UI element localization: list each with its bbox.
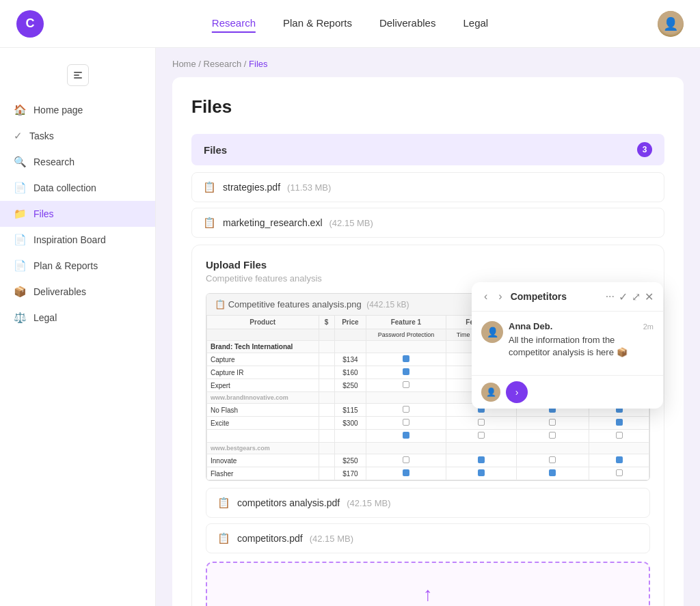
sidebar-item-label: Inspiration Board	[33, 234, 106, 245]
avatar-image: 👤	[658, 11, 684, 37]
file-name: competitors.pdf	[237, 533, 303, 544]
chat-close-button[interactable]: ✕	[645, 290, 654, 303]
data-collection-icon: 📄	[14, 182, 27, 194]
file-name: marketing_research.exl	[223, 217, 323, 228]
files-section-header: Files 3	[191, 134, 664, 165]
nav-links: Research Plan & Reports Deliverables Leg…	[212, 14, 488, 33]
chat-popup: ‹ › Competitors ··· ✓ ⤢ ✕ 👤	[472, 282, 663, 409]
tasks-icon: ✓	[14, 130, 23, 142]
deliverables-icon: 📦	[14, 286, 27, 298]
file-item-strategies[interactable]: 📋 strategies.pdf (11.53 MB)	[191, 172, 664, 202]
main-layout: 🏠 Home page ✓ Tasks 🔍 Research 📄 Data co…	[0, 48, 700, 606]
sidebar-item-label: Deliverables	[33, 286, 86, 297]
file-icon: 📋	[203, 181, 216, 193]
file-size: (11.53 MB)	[287, 182, 331, 193]
chat-title: Competitors	[511, 291, 600, 302]
sidebar-item-label: Files	[33, 208, 54, 219]
sidebar-item-label: Legal	[33, 312, 57, 323]
file-icon: 📋	[217, 497, 230, 509]
breadcrumb-home[interactable]: Home	[172, 59, 196, 69]
breadcrumb-files[interactable]: Files	[249, 59, 267, 69]
upload-icon: ↑	[221, 583, 635, 605]
sidebar-item-tasks[interactable]: ✓ Tasks	[0, 123, 155, 149]
file-item-marketing[interactable]: 📋 marketing_research.exl (42.15 MB)	[191, 208, 664, 238]
svg-rect-2	[74, 77, 82, 79]
nav-link-plan-reports[interactable]: Plan & Reports	[283, 14, 352, 33]
main-content: Home / Research / Files Files Files 3 📋 …	[156, 48, 700, 606]
file-icon: 📋	[203, 217, 216, 229]
nav-link-research[interactable]: Research	[212, 14, 256, 33]
research-icon: 🔍	[14, 156, 27, 168]
sidebar-item-legal[interactable]: ⚖️ Legal	[0, 305, 155, 331]
file-icon: 📋	[217, 532, 230, 545]
nav-right: 👤	[658, 11, 684, 37]
files-icon: 📁	[14, 208, 27, 220]
chat-more-button[interactable]: ···	[606, 290, 615, 303]
sidebar-item-inspiration[interactable]: 📄 Inspiration Board	[0, 227, 155, 253]
sidebar-item-files[interactable]: 📁 Files	[0, 201, 155, 227]
user-avatar[interactable]: 👤	[658, 11, 684, 37]
col-price: Price	[334, 316, 366, 329]
chat-footer: 👤 ›	[472, 375, 663, 409]
file-item-competitors-analysis[interactable]: 📋 competitors analysis.pdf (42.15 MB)	[206, 488, 650, 518]
files-section-title: Files	[204, 144, 227, 156]
chat-expand-button[interactable]: ⤢	[632, 290, 641, 303]
page-title: Files	[191, 96, 664, 118]
svg-rect-0	[74, 72, 82, 73]
spreadsheet-name: Competitive features analysis.png	[228, 299, 362, 309]
sidebar-toggle	[0, 59, 155, 92]
subheader-f1: Password Protection	[366, 329, 446, 341]
upload-title: Upload Files	[206, 259, 650, 271]
chat-body: 👤 Anna Deb. 2m All the information from …	[472, 312, 663, 375]
sidebar-item-home[interactable]: 🏠 Home page	[0, 97, 155, 123]
sidebar-item-research[interactable]: 🔍 Research	[0, 149, 155, 175]
nav-link-legal[interactable]: Legal	[463, 14, 488, 33]
svg-rect-1	[74, 74, 79, 76]
breadcrumb: Home / Research / Files	[172, 48, 684, 77]
chat-message-content: Anna Deb. 2m All the information from th…	[509, 321, 654, 359]
breadcrumb-research[interactable]: Research	[204, 59, 242, 69]
chat-header: ‹ › Competitors ··· ✓ ⤢ ✕	[472, 282, 663, 312]
chat-check-button[interactable]: ✓	[619, 290, 628, 303]
chat-message-header: Anna Deb. 2m	[509, 321, 654, 331]
sidebar-item-label: Home page	[33, 105, 83, 115]
file-size: (42.15 MB)	[329, 218, 373, 228]
page-card: Files Files 3 📋 strategies.pdf (11.53 MB…	[172, 77, 684, 606]
file-item-competitors[interactable]: 📋 competitors.pdf (42.15 MB)	[206, 523, 650, 553]
chat-send-button[interactable]: ›	[506, 381, 528, 403]
logo[interactable]: C	[16, 10, 44, 38]
spreadsheet-size: (442.15 kB)	[366, 300, 409, 309]
col-dollar: $	[319, 316, 334, 329]
sidebar-collapse-button[interactable]	[67, 64, 89, 86]
chat-message: 👤 Anna Deb. 2m All the information from …	[481, 321, 654, 359]
file-size: (42.15 MB)	[310, 534, 353, 544]
spreadsheet-filename: 📋	[215, 299, 228, 309]
col-product: Product	[207, 316, 319, 329]
chat-message-text: All the information from the competitor …	[509, 334, 654, 359]
sidebar: 🏠 Home page ✓ Tasks 🔍 Research 📄 Data co…	[0, 48, 156, 606]
inspiration-icon: 📄	[14, 234, 27, 246]
chat-forward-button[interactable]: ›	[496, 289, 504, 304]
chat-sender-avatar: 👤	[481, 321, 503, 343]
home-icon: 🏠	[14, 104, 27, 116]
nav-link-deliverables[interactable]: Deliverables	[379, 14, 436, 33]
plan-reports-icon: 📄	[14, 260, 27, 272]
sidebar-item-label: Plan & Reports	[33, 260, 98, 271]
top-nav: C Research Plan & Reports Deliverables L…	[0, 0, 700, 48]
sidebar-item-data-collection[interactable]: 📄 Data collection	[0, 175, 155, 201]
chat-user-avatar: 👤	[481, 383, 500, 402]
legal-icon: ⚖️	[14, 312, 27, 324]
drop-zone[interactable]: ↑ Drag file(s) here or click to upload	[206, 562, 650, 606]
col-f1: Feature 1	[366, 316, 446, 329]
sidebar-item-deliverables[interactable]: 📦 Deliverables	[0, 279, 155, 305]
sidebar-item-label: Tasks	[29, 130, 54, 141]
file-name: competitors analysis.pdf	[237, 497, 340, 508]
chat-sender-name: Anna Deb.	[509, 321, 552, 331]
chat-back-button[interactable]: ‹	[481, 289, 490, 304]
files-badge: 3	[637, 142, 652, 157]
chat-message-time: 2m	[643, 322, 654, 331]
sidebar-item-label: Data collection	[33, 182, 96, 193]
file-size: (42.15 MB)	[347, 498, 390, 508]
sidebar-item-label: Research	[33, 156, 75, 167]
sidebar-item-plan-reports[interactable]: 📄 Plan & Reports	[0, 253, 155, 279]
